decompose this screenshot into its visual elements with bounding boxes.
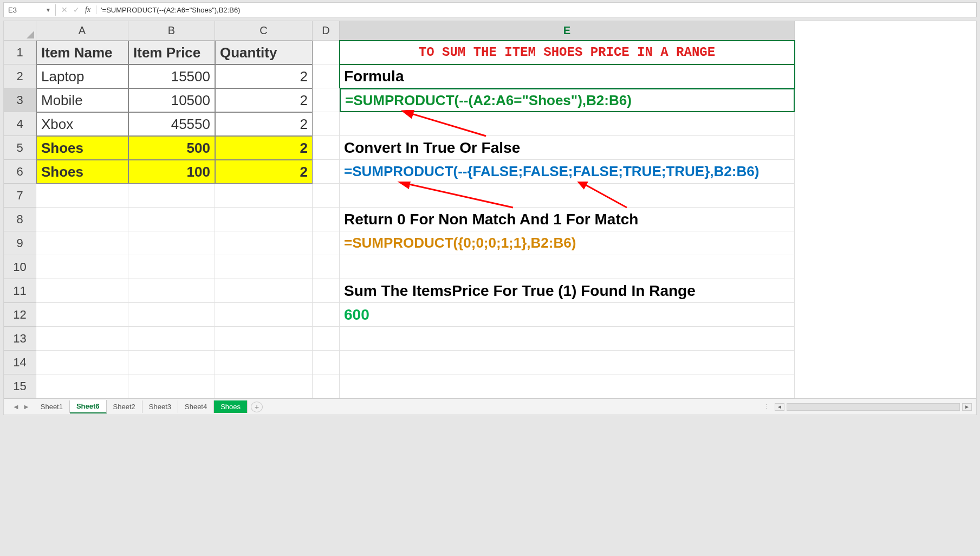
cell-B6[interactable]: 100 xyxy=(128,160,215,184)
cell-E13[interactable] xyxy=(340,327,795,351)
cell-A1[interactable]: Item Name xyxy=(36,41,128,64)
cell-A11[interactable] xyxy=(36,279,128,303)
cell-E10[interactable] xyxy=(340,255,795,279)
row-header-8[interactable]: 8 xyxy=(4,208,36,231)
cell-C3[interactable]: 2 xyxy=(215,88,313,112)
scroll-track[interactable] xyxy=(787,403,960,411)
cell-D3[interactable] xyxy=(313,88,340,112)
cell-C9[interactable] xyxy=(215,231,313,255)
row-header-14[interactable]: 14 xyxy=(4,351,36,374)
cell-E2[interactable]: Formula xyxy=(340,64,795,88)
cell-E11[interactable]: Sum The ItemsPrice For True (1) Found In… xyxy=(340,279,795,303)
cell-E5[interactable]: Convert In True Or False xyxy=(340,136,795,160)
cell-E14[interactable] xyxy=(340,351,795,374)
tab-next-icon[interactable]: ► xyxy=(23,403,30,411)
col-header-E[interactable]: E xyxy=(340,21,795,41)
row-header-2[interactable]: 2 xyxy=(4,64,36,88)
sheet-tab[interactable]: Sheet3 xyxy=(142,400,178,413)
cell-A7[interactable] xyxy=(36,184,128,208)
add-sheet-icon[interactable]: + xyxy=(251,402,263,412)
cell-D5[interactable] xyxy=(313,136,340,160)
cell-A5[interactable]: Shoes xyxy=(36,136,128,160)
row-header-10[interactable]: 10 xyxy=(4,255,36,279)
cell-B3[interactable]: 10500 xyxy=(128,88,215,112)
row-header-3[interactable]: 3 xyxy=(4,88,36,112)
scroll-right-icon[interactable]: ► xyxy=(962,403,972,411)
cell-B1[interactable]: Item Price xyxy=(128,41,215,64)
cell-D7[interactable] xyxy=(313,184,340,208)
cell-C7[interactable] xyxy=(215,184,313,208)
fx-icon[interactable]: fx xyxy=(85,5,90,14)
col-header-C[interactable]: C xyxy=(215,21,313,41)
sheet-tab-active[interactable]: Sheet6 xyxy=(70,400,107,413)
select-all-corner[interactable] xyxy=(4,21,36,41)
cell-C1[interactable]: Quantity xyxy=(215,41,313,64)
cell-B7[interactable] xyxy=(128,184,215,208)
cell-E3[interactable]: =SUMPRODUCT(--(A2:A6="Shoes"),B2:B6) xyxy=(340,88,795,112)
cell-A12[interactable] xyxy=(36,303,128,327)
cell-C12[interactable] xyxy=(215,303,313,327)
row-header-11[interactable]: 11 xyxy=(4,279,36,303)
sheet-tab-shoes[interactable]: Shoes xyxy=(214,400,248,413)
col-header-D[interactable]: D xyxy=(313,21,340,41)
cell-A13[interactable] xyxy=(36,327,128,351)
cell-B12[interactable] xyxy=(128,303,215,327)
cell-D8[interactable] xyxy=(313,208,340,231)
cell-D9[interactable] xyxy=(313,231,340,255)
cell-E8[interactable]: Return 0 For Non Match And 1 For Match xyxy=(340,208,795,231)
cell-C15[interactable] xyxy=(215,374,313,398)
row-header-1[interactable]: 1 xyxy=(4,41,36,64)
cell-B11[interactable] xyxy=(128,279,215,303)
sheet-tab[interactable]: Sheet4 xyxy=(178,400,214,413)
scroll-left-icon[interactable]: ◄ xyxy=(775,403,784,411)
cell-B4[interactable]: 45550 xyxy=(128,112,215,136)
cell-D12[interactable] xyxy=(313,303,340,327)
cell-E9[interactable]: =SUMPRODUCT({0;0;0;1;1},B2:B6) xyxy=(340,231,795,255)
enter-icon[interactable]: ✓ xyxy=(73,5,80,14)
sheet-tab[interactable]: Sheet1 xyxy=(34,400,70,413)
cell-D15[interactable] xyxy=(313,374,340,398)
cell-C8[interactable] xyxy=(215,208,313,231)
row-header-13[interactable]: 13 xyxy=(4,327,36,351)
cell-B8[interactable] xyxy=(128,208,215,231)
col-header-A[interactable]: A xyxy=(36,21,128,41)
cell-D1[interactable] xyxy=(313,41,340,64)
cell-B13[interactable] xyxy=(128,327,215,351)
cell-E1[interactable]: TO SUM THE ITEM SHOES PRICE IN A RANGE xyxy=(340,41,795,64)
cell-D2[interactable] xyxy=(313,64,340,88)
name-box[interactable]: E3 ▼ xyxy=(4,4,56,16)
cell-A8[interactable] xyxy=(36,208,128,231)
cell-B2[interactable]: 15500 xyxy=(128,64,215,88)
tab-prev-icon[interactable]: ◄ xyxy=(12,403,20,411)
cell-D6[interactable] xyxy=(313,160,340,184)
cell-E4[interactable] xyxy=(340,112,795,136)
cell-B9[interactable] xyxy=(128,231,215,255)
col-header-B[interactable]: B xyxy=(128,21,215,41)
cell-D10[interactable] xyxy=(313,255,340,279)
cell-D13[interactable] xyxy=(313,327,340,351)
cell-A3[interactable]: Mobile xyxy=(36,88,128,112)
cell-B15[interactable] xyxy=(128,374,215,398)
cell-C2[interactable]: 2 xyxy=(215,64,313,88)
cell-C5[interactable]: 2 xyxy=(215,136,313,160)
cell-C10[interactable] xyxy=(215,255,313,279)
row-header-6[interactable]: 6 xyxy=(4,160,36,184)
cell-D11[interactable] xyxy=(313,279,340,303)
cell-A14[interactable] xyxy=(36,351,128,374)
cell-B14[interactable] xyxy=(128,351,215,374)
cell-A9[interactable] xyxy=(36,231,128,255)
row-header-4[interactable]: 4 xyxy=(4,112,36,136)
cell-C11[interactable] xyxy=(215,279,313,303)
chevron-down-icon[interactable]: ▼ xyxy=(46,7,51,13)
cell-C14[interactable] xyxy=(215,351,313,374)
cell-E12[interactable]: 600 xyxy=(340,303,795,327)
cell-B10[interactable] xyxy=(128,255,215,279)
cell-E15[interactable] xyxy=(340,374,795,398)
cell-C4[interactable]: 2 xyxy=(215,112,313,136)
row-header-5[interactable]: 5 xyxy=(4,136,36,160)
sheet-tab[interactable]: Sheet2 xyxy=(107,400,142,413)
cancel-icon[interactable]: ✕ xyxy=(61,5,68,14)
cell-B5[interactable]: 500 xyxy=(128,136,215,160)
row-header-9[interactable]: 9 xyxy=(4,231,36,255)
formula-input[interactable]: '=SUMPRODUCT(--(A2:A6="Shoes"),B2:B6) xyxy=(96,4,976,16)
